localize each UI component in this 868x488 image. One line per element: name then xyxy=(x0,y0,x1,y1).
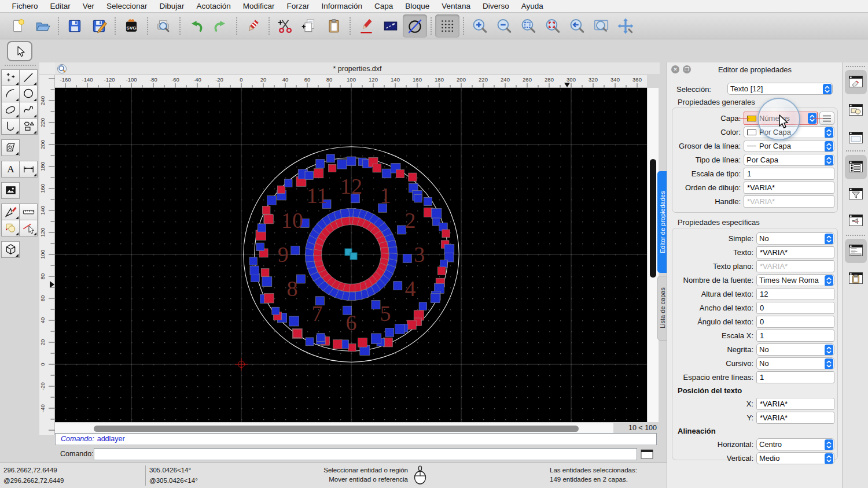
menu-ver[interactable]: Ver xyxy=(76,0,100,13)
grid-toggle-button[interactable] xyxy=(435,14,459,38)
redo-button[interactable] xyxy=(208,14,233,38)
pen-settings-dock-button[interactable] xyxy=(845,70,867,94)
menu-modificar[interactable]: Modificar xyxy=(237,0,281,13)
draft-mode-button[interactable] xyxy=(403,14,427,38)
drawing-canvas[interactable]: 121234567891011 xyxy=(55,88,647,422)
selection-filter-dock-button[interactable] xyxy=(845,182,867,206)
dimension-tool-button[interactable] xyxy=(19,161,38,178)
menu-ventana[interactable]: Ventana xyxy=(436,0,477,13)
stepper-icon[interactable] xyxy=(825,345,833,356)
window-preview-dock-button[interactable] xyxy=(845,126,867,150)
input-ancho-del-texto[interactable] xyxy=(759,304,832,312)
stepper-icon[interactable] xyxy=(825,453,833,464)
cube3d-tool-button[interactable] xyxy=(1,241,20,258)
circle-tool-button[interactable] xyxy=(19,86,38,102)
stepper-icon[interactable] xyxy=(823,84,832,95)
command-input[interactable] xyxy=(94,448,637,460)
palette-handle[interactable] xyxy=(5,65,36,67)
spline-tool-button[interactable] xyxy=(19,102,38,119)
save-as-button[interactable] xyxy=(87,14,111,38)
measure-tool-button[interactable] xyxy=(19,204,38,220)
stepper-icon[interactable] xyxy=(825,358,833,369)
input-x[interactable] xyxy=(759,400,832,408)
menu-informacion[interactable]: Información xyxy=(315,0,369,13)
zoom-auto-button[interactable] xyxy=(516,14,540,38)
menu-bloque[interactable]: Bloque xyxy=(399,0,436,13)
dropdown-vertical[interactable]: Medio xyxy=(756,452,834,464)
vertical-scroll-thumb[interactable] xyxy=(650,159,656,278)
trim-tool-button[interactable] xyxy=(1,220,20,236)
delete-selected-button[interactable] xyxy=(241,14,265,38)
dropdown-grosor-de-la-linea[interactable]: Por Capa xyxy=(744,140,834,152)
property-editor-dock-button[interactable] xyxy=(845,155,867,179)
zoom-selected-button[interactable] xyxy=(540,14,565,38)
stepper-icon[interactable] xyxy=(825,275,833,286)
print-preview-button[interactable] xyxy=(152,14,176,38)
polyline-tool-button[interactable] xyxy=(1,118,20,135)
dropdown-cursivo[interactable]: No xyxy=(756,357,834,369)
menu-acotacion[interactable]: Acotación xyxy=(190,0,237,13)
vertical-scrollbar[interactable] xyxy=(647,88,659,422)
stepper-icon[interactable] xyxy=(825,155,833,166)
input-handle[interactable] xyxy=(746,197,832,206)
ellipse-tool-button[interactable] xyxy=(1,102,20,119)
stepper-icon[interactable] xyxy=(825,439,833,450)
menu-diverso[interactable]: Diverso xyxy=(476,0,515,13)
image-tool-button[interactable] xyxy=(1,182,20,199)
layer-menu-button[interactable] xyxy=(819,112,834,125)
text-tool-button[interactable]: A xyxy=(1,161,20,178)
zoom-in-button[interactable] xyxy=(468,14,492,38)
input-texto[interactable] xyxy=(759,248,832,257)
menu-capa[interactable]: Capa xyxy=(369,0,399,13)
input-altura-del-texto[interactable] xyxy=(759,290,832,298)
points-tool-button[interactable] xyxy=(1,69,20,86)
dropdown-simple[interactable]: No xyxy=(756,232,834,245)
menu-fichero[interactable]: Fichero xyxy=(6,0,44,13)
stepper-icon[interactable] xyxy=(825,141,833,152)
export-svg-button[interactable]: SVG xyxy=(119,14,144,38)
dropdown-negrita[interactable]: No xyxy=(756,343,834,356)
menu-seleccionar[interactable]: Seleccionar xyxy=(101,0,154,13)
select-entity-tool-button[interactable] xyxy=(19,220,38,236)
zoom-previous-button[interactable] xyxy=(565,14,589,38)
draw-order-button[interactable] xyxy=(378,14,403,38)
command-echo-dock-button[interactable] xyxy=(845,209,867,233)
zoom-out-button[interactable] xyxy=(492,14,516,38)
stepper-icon[interactable] xyxy=(825,234,833,245)
input-orden-de-dibujo[interactable] xyxy=(746,183,832,192)
horizontal-scroll-thumb[interactable] xyxy=(94,426,579,432)
paste-button[interactable] xyxy=(322,14,346,38)
menu-editar[interactable]: Editar xyxy=(44,0,76,13)
input-angulo-del-texto[interactable] xyxy=(759,317,832,326)
save-button[interactable] xyxy=(62,14,87,38)
modify-tool-button[interactable] xyxy=(1,204,20,220)
input-escala-de-tipo[interactable] xyxy=(746,169,832,178)
menu-ayuda[interactable]: Ayuda xyxy=(515,0,549,13)
line-tool-button[interactable] xyxy=(19,69,38,86)
hatch-tool-button[interactable] xyxy=(1,139,20,156)
open-file-button[interactable] xyxy=(30,14,54,38)
cut-button[interactable] xyxy=(273,14,297,38)
select-tool-button[interactable] xyxy=(7,41,32,61)
dropdown-tipo-de-linea[interactable]: Por Capa xyxy=(744,154,834,166)
dropdown-nombre-de-la-fuente[interactable]: Times New Roma xyxy=(756,274,834,286)
input-espacio-entre-lineas[interactable] xyxy=(759,373,832,382)
shape-settings-dock-button[interactable] xyxy=(845,98,867,123)
selection-dropdown[interactable]: Texto [12] xyxy=(727,83,833,95)
edit-attributes-button[interactable] xyxy=(354,14,378,38)
horizontal-scrollbar[interactable] xyxy=(55,423,613,434)
shapes-tool-button[interactable] xyxy=(19,118,38,135)
copy-button[interactable] xyxy=(297,14,322,38)
command-keyboard-toggle-button[interactable] xyxy=(641,449,653,459)
dropdown-horizontal[interactable]: Centro xyxy=(756,438,834,450)
input-escala-x[interactable] xyxy=(759,331,832,340)
zoom-pan-button[interactable] xyxy=(613,14,638,38)
zoom-window-button[interactable] xyxy=(589,14,613,38)
arc-tool-button[interactable] xyxy=(1,86,20,102)
menu-dibujar[interactable]: Dibujar xyxy=(153,0,190,13)
clipboard-dock-button[interactable] xyxy=(845,267,867,291)
undo-button[interactable] xyxy=(184,14,208,38)
input-y[interactable] xyxy=(759,413,832,422)
input-texto-plano[interactable] xyxy=(759,262,832,271)
command-line-dock-button[interactable] xyxy=(845,239,867,263)
